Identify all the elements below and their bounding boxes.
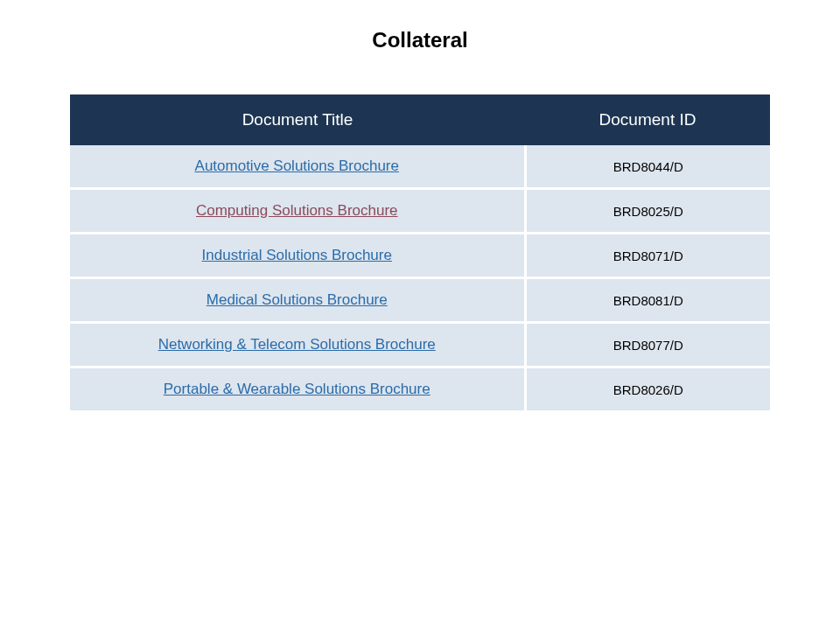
document-id-cell: BRD8077/D: [525, 323, 770, 368]
document-title-cell: Computing Solutions Brochure: [70, 189, 525, 234]
document-id-cell: BRD8081/D: [525, 278, 770, 323]
document-link[interactable]: Computing Solutions Brochure: [196, 202, 398, 219]
table-row: Portable & Wearable Solutions Brochure B…: [70, 368, 770, 412]
document-title-cell: Portable & Wearable Solutions Brochure: [70, 368, 525, 412]
document-title-cell: Automotive Solutions Brochure: [70, 145, 525, 189]
document-link[interactable]: Portable & Wearable Solutions Brochure: [164, 381, 430, 397]
document-title-cell: Industrial Solutions Brochure: [70, 234, 525, 278]
header-document-title: Document Title: [70, 94, 525, 145]
table-row: Medical Solutions Brochure BRD8081/D: [70, 278, 770, 323]
document-title-cell: Medical Solutions Brochure: [70, 278, 525, 323]
table-row: Automotive Solutions Brochure BRD8044/D: [70, 145, 770, 189]
table-header-row: Document Title Document ID: [70, 94, 770, 145]
document-id: BRD8071/D: [613, 248, 683, 263]
table-row: Industrial Solutions Brochure BRD8071/D: [70, 234, 770, 278]
document-id-cell: BRD8044/D: [525, 145, 770, 189]
document-id-cell: BRD8025/D: [525, 189, 770, 234]
table-row: Computing Solutions Brochure BRD8025/D: [70, 189, 770, 234]
document-title-cell: Networking & Telecom Solutions Brochure: [70, 323, 525, 368]
header-document-id: Document ID: [525, 94, 770, 145]
page-title: Collateral: [0, 28, 840, 52]
document-link[interactable]: Industrial Solutions Brochure: [202, 247, 392, 263]
collateral-table: Document Title Document ID Automotive So…: [70, 94, 770, 413]
document-id: BRD8044/D: [613, 159, 683, 174]
document-link[interactable]: Medical Solutions Brochure: [206, 291, 388, 308]
document-link[interactable]: Automotive Solutions Brochure: [195, 158, 399, 174]
document-id: BRD8077/D: [613, 338, 683, 353]
document-id-cell: BRD8026/D: [525, 368, 770, 412]
document-link[interactable]: Networking & Telecom Solutions Brochure: [158, 336, 436, 353]
table-body: Automotive Solutions Brochure BRD8044/D …: [70, 145, 770, 412]
document-id: BRD8026/D: [613, 382, 683, 397]
table-row: Networking & Telecom Solutions Brochure …: [70, 323, 770, 368]
document-id: BRD8025/D: [613, 204, 683, 219]
document-id: BRD8081/D: [613, 293, 683, 308]
document-id-cell: BRD8071/D: [525, 234, 770, 278]
